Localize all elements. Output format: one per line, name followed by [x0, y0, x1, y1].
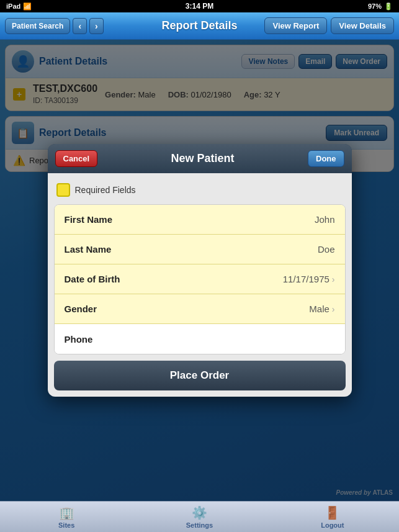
- wifi-icon: 📶: [23, 2, 32, 11]
- status-carrier: iPad 📶: [6, 2, 32, 11]
- status-time: 3:14 PM: [186, 2, 213, 11]
- required-checkbox[interactable]: [56, 183, 70, 197]
- dob-chevron-icon: ›: [332, 274, 335, 284]
- required-fields-row: Required Fields: [54, 179, 346, 201]
- logout-icon: 🚪: [325, 505, 340, 520]
- nav-right-group: View Report View Details: [264, 17, 394, 34]
- status-bar: iPad 📶 3:14 PM 97% 🔋: [0, 0, 399, 12]
- modal-header: Cancel New Patient Done: [48, 144, 352, 173]
- sites-icon: 🏢: [59, 505, 74, 520]
- patient-search-button[interactable]: Patient Search: [5, 18, 70, 34]
- settings-icon: ⚙️: [192, 505, 207, 520]
- phone-label: Phone: [65, 334, 93, 345]
- gender-value: Male ›: [309, 304, 334, 314]
- forward-button[interactable]: ›: [89, 18, 104, 34]
- first-name-row[interactable]: First Name John: [55, 205, 345, 235]
- tab-logout-label: Logout: [321, 521, 344, 529]
- battery-text: 97%: [368, 2, 382, 10]
- place-order-button[interactable]: Place Order: [54, 361, 346, 390]
- modal-body: Required Fields First Name John Last Nam…: [48, 173, 352, 397]
- last-name-label: Last Name: [65, 244, 112, 255]
- view-details-button[interactable]: View Details: [331, 17, 394, 34]
- nav-bar: Patient Search ‹ › Report Details View R…: [0, 12, 399, 40]
- view-report-button[interactable]: View Report: [264, 17, 327, 34]
- nav-left-group: Patient Search ‹ ›: [5, 18, 104, 34]
- new-patient-modal: Cancel New Patient Done Required Fields …: [48, 144, 352, 397]
- first-name-value: John: [315, 214, 335, 225]
- status-battery: 97% 🔋: [368, 2, 393, 11]
- tab-logout[interactable]: 🚪 Logout: [266, 505, 399, 529]
- dob-row[interactable]: Date of Birth 11/17/1975 ›: [55, 264, 345, 294]
- tab-bar: 🏢 Sites ⚙️ Settings 🚪 Logout: [0, 501, 399, 532]
- gender-label: Gender: [65, 304, 97, 314]
- form-table: First Name John Last Name Doe Date of Bi…: [54, 204, 346, 354]
- carrier-text: iPad: [6, 2, 20, 10]
- tab-sites[interactable]: 🏢 Sites: [0, 505, 133, 529]
- tab-settings-label: Settings: [186, 521, 213, 529]
- back-button[interactable]: ‹: [73, 18, 87, 34]
- gender-chevron-icon: ›: [332, 304, 335, 314]
- required-fields-label: Required Fields: [75, 185, 136, 195]
- battery-icon: 🔋: [384, 2, 393, 11]
- modal-overlay: Cancel New Patient Done Required Fields …: [0, 40, 399, 501]
- cancel-button[interactable]: Cancel: [55, 150, 98, 167]
- last-name-value: Doe: [318, 244, 335, 255]
- done-button[interactable]: Done: [308, 150, 344, 167]
- first-name-label: First Name: [65, 214, 113, 225]
- phone-row[interactable]: Phone: [55, 324, 345, 354]
- last-name-row[interactable]: Last Name Doe: [55, 235, 345, 264]
- tab-settings[interactable]: ⚙️ Settings: [133, 505, 266, 529]
- tab-sites-label: Sites: [58, 521, 74, 529]
- main-content: 👤 Patient Details View Notes Email New O…: [0, 40, 399, 501]
- gender-row[interactable]: Gender Male ›: [55, 294, 345, 324]
- dob-label: Date of Birth: [65, 274, 120, 284]
- dob-value: 11/17/1975 ›: [283, 274, 335, 284]
- modal-title: New Patient: [97, 152, 308, 165]
- nav-title: Report Details: [161, 19, 237, 32]
